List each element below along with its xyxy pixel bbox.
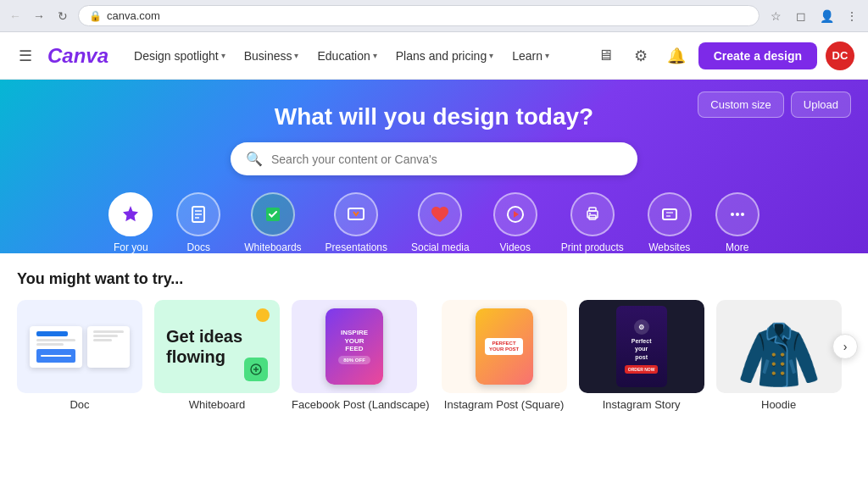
hero-actions: Custom size Upload [698, 92, 851, 118]
card-facebook-thumbnail: INSPIREYOURFEED 80% OFF [292, 300, 417, 393]
settings-icon[interactable]: ⚙ [627, 42, 654, 69]
card-facebook-post[interactable]: INSPIREYOURFEED 80% OFF Facebook Post (L… [292, 300, 430, 411]
notifications-icon[interactable]: 🔔 [663, 42, 690, 69]
category-social-media[interactable]: Social media [411, 192, 470, 253]
search-icon: 🔍 [246, 151, 263, 167]
search-input[interactable] [271, 152, 622, 166]
nav-business[interactable]: Business ▾ [236, 44, 308, 68]
category-label: Presentations [326, 241, 387, 253]
card-instagram-thumbnail: PERFECTYOUR POST [442, 300, 567, 393]
card-doc[interactable]: Doc [17, 300, 142, 411]
nav-learn[interactable]: Learn ▾ [504, 44, 558, 68]
card-label: Hoodie [716, 398, 842, 411]
category-whiteboards[interactable]: Whiteboards [244, 192, 301, 253]
url-bar[interactable]: 🔒 canva.com [78, 5, 760, 26]
more-icon [715, 192, 760, 236]
category-presentations[interactable]: Presentations [326, 192, 387, 253]
chevron-down-icon: ▾ [294, 51, 298, 60]
suggestions-section: You might want to try... [0, 253, 868, 411]
category-label: Whiteboards [244, 241, 301, 253]
category-label: More [726, 241, 748, 253]
page: ☰ Canva Design spotlight ▾ Business ▾ Ed… [0, 32, 868, 488]
navbar-actions: 🖥 ⚙ 🔔 Create a design DC [592, 42, 854, 70]
svg-point-16 [741, 213, 744, 216]
category-label: Print products [561, 241, 624, 253]
create-design-button[interactable]: Create a design [698, 42, 817, 69]
websites-icon [648, 192, 692, 236]
desktop-icon[interactable]: 🖥 [592, 42, 619, 69]
print-products-icon [570, 192, 615, 236]
card-instagram-story[interactable]: ⚙ Perfectyourpost ORDER NOW Instagram St… [579, 300, 704, 411]
categories-row: For you Docs [17, 192, 851, 253]
card-story-thumbnail: ⚙ Perfectyourpost ORDER NOW [579, 300, 704, 393]
category-label: For you [114, 241, 148, 253]
card-label: Facebook Post (Landscape) [292, 398, 430, 411]
back-button[interactable]: ← [7, 8, 24, 25]
svg-point-15 [736, 213, 739, 216]
chevron-down-icon: ▾ [373, 51, 377, 60]
card-hoodie[interactable]: 🧥 Hoodie [716, 300, 842, 411]
docs-icon [176, 192, 220, 236]
card-label: Doc [17, 398, 142, 411]
scroll-next-button[interactable]: › [832, 334, 858, 359]
bookmark-button[interactable]: ☆ [766, 7, 785, 25]
category-websites[interactable]: Websites [648, 192, 692, 253]
whiteboards-icon [251, 192, 295, 236]
navbar: ☰ Canva Design spotlight ▾ Business ▾ Ed… [0, 32, 868, 80]
hamburger-menu[interactable]: ☰ [14, 44, 37, 68]
svg-point-10 [589, 213, 591, 214]
for-you-icon [108, 192, 153, 236]
url-text: canva.com [107, 9, 160, 22]
more-options-button[interactable]: ⋮ [843, 7, 861, 25]
extensions-button[interactable]: ◻ [792, 7, 810, 25]
card-whiteboard[interactable]: Get ideas flowing Whiteboard [154, 300, 280, 411]
profile-button[interactable]: 👤 [817, 7, 836, 25]
card-whiteboard-thumbnail: Get ideas flowing [154, 300, 280, 393]
presentations-icon [334, 192, 378, 236]
card-hoodie-thumbnail: 🧥 [716, 300, 842, 393]
category-label: Videos [499, 241, 530, 253]
custom-size-button[interactable]: Custom size [698, 92, 784, 118]
hero-search-bar[interactable]: 🔍 [231, 142, 637, 175]
videos-icon [493, 192, 537, 236]
category-label: Websites [648, 241, 690, 253]
category-for-you[interactable]: For you [108, 192, 153, 253]
browser-chrome: ← → ↻ 🔒 canva.com ☆ ◻ 👤 ⋮ [0, 0, 868, 32]
category-docs[interactable]: Docs [176, 192, 220, 253]
reload-button[interactable]: ↻ [54, 8, 71, 25]
hero-banner: Custom size Upload What will you design … [0, 80, 868, 253]
canva-logo[interactable]: Canva [47, 44, 108, 68]
svg-rect-8 [589, 208, 596, 211]
nav-plans-pricing[interactable]: Plans and pricing ▾ [387, 44, 502, 68]
card-doc-thumbnail [17, 300, 142, 393]
category-videos[interactable]: Videos [493, 192, 537, 253]
card-label: Instagram Story [579, 398, 704, 411]
svg-point-14 [731, 213, 734, 216]
chevron-down-icon: ▾ [489, 51, 493, 60]
card-label: Instagram Post (Square) [442, 398, 567, 411]
card-instagram-post[interactable]: PERFECTYOUR POST Instagram Post (Square) [442, 300, 567, 411]
social-media-icon [418, 192, 462, 236]
section-title: You might want to try... [17, 270, 851, 288]
chevron-down-icon: ▾ [545, 51, 549, 60]
category-more[interactable]: More [715, 192, 760, 253]
category-label: Social media [411, 241, 470, 253]
svg-rect-11 [663, 209, 676, 219]
navbar-nav: Design spotlight ▾ Business ▾ Education … [125, 44, 558, 68]
avatar[interactable]: DC [826, 42, 854, 70]
category-print-products[interactable]: Print products [561, 192, 624, 253]
security-icon: 🔒 [89, 10, 102, 22]
forward-button[interactable]: → [31, 8, 47, 25]
chevron-down-icon: ▾ [221, 51, 225, 60]
cards-row: Doc Get ideas flowing [17, 300, 851, 411]
nav-design-spotlight[interactable]: Design spotlight ▾ [125, 44, 234, 68]
category-label: Docs [187, 241, 210, 253]
nav-education[interactable]: Education ▾ [309, 44, 385, 68]
upload-button[interactable]: Upload [791, 92, 851, 118]
card-label: Whiteboard [154, 398, 280, 411]
